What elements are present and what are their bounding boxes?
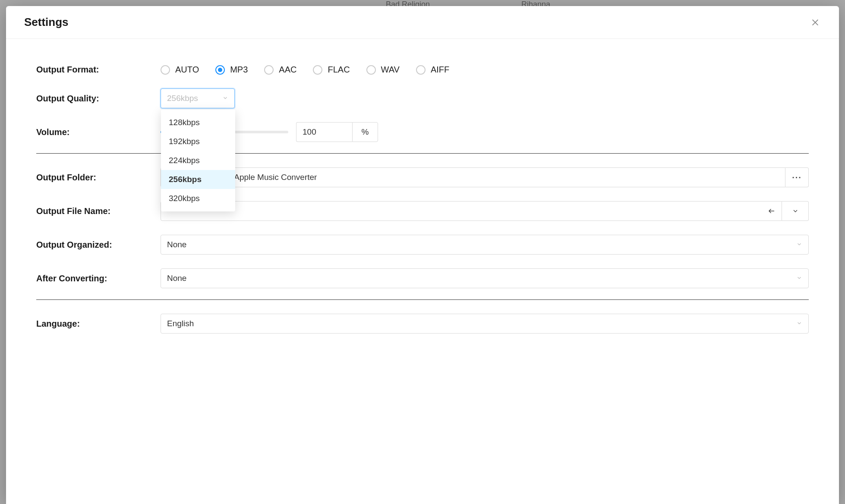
label-volume: Volume: [36, 127, 161, 137]
volume-unit: % [352, 122, 378, 142]
separator [36, 299, 809, 300]
label-after-converting: After Converting: [36, 274, 161, 284]
radio-label: AUTO [175, 65, 199, 75]
ellipsis-icon: ··· [792, 173, 802, 183]
chevron-down-icon [792, 208, 799, 214]
output-format-radio-group: AUTO MP3 AAC FLAC [161, 65, 449, 75]
row-language: Language: English [36, 314, 809, 334]
radio-aac[interactable]: AAC [264, 65, 296, 75]
radio-flac[interactable]: FLAC [313, 65, 350, 75]
label-output-format: Output Format: [36, 65, 161, 75]
quality-option-192[interactable]: 192kbps [161, 132, 235, 151]
chevron-down-icon [796, 319, 802, 328]
label-output-quality: Output Quality: [36, 94, 161, 104]
radio-wav[interactable]: WAV [366, 65, 400, 75]
radio-circle-icon [215, 65, 225, 75]
radio-label: MP3 [230, 65, 248, 75]
modal-header: Settings [6, 6, 839, 39]
output-quality-dropdown: 128kbps 192kbps 224kbps 256kbps 320kbps [161, 110, 235, 211]
radio-circle-icon [313, 65, 322, 75]
row-output-folder: Output Folder: cuments/Ukeysoft Apple Mu… [36, 167, 809, 187]
modal-body: Output Format: AUTO MP3 AAC [6, 39, 839, 504]
chevron-down-icon [796, 274, 802, 283]
quality-option-128[interactable]: 128kbps [161, 113, 235, 132]
settings-modal: Settings Output Format: AUTO MP3 [6, 6, 839, 504]
separator [36, 153, 809, 154]
radio-auto[interactable]: AUTO [161, 65, 199, 75]
row-output-file-name: Output File Name: [36, 201, 809, 221]
radio-mp3[interactable]: MP3 [215, 65, 248, 75]
radio-circle-icon [264, 65, 274, 75]
select-value: English [167, 319, 194, 328]
output-file-name-input[interactable] [161, 201, 782, 221]
radio-circle-icon [366, 65, 376, 75]
select-value: None [167, 240, 186, 249]
output-organized-select[interactable]: None [161, 235, 809, 255]
browse-folder-button[interactable]: ··· [785, 167, 809, 187]
row-after-converting: After Converting: None [36, 268, 809, 288]
row-output-organized: Output Organized: None [36, 235, 809, 255]
quality-option-256[interactable]: 256kbps [161, 170, 235, 189]
file-name-dropdown-button[interactable] [782, 201, 809, 221]
label-output-file-name: Output File Name: [36, 206, 161, 216]
row-output-format: Output Format: AUTO MP3 AAC [36, 65, 809, 75]
chevron-down-icon [222, 94, 228, 103]
output-folder-input[interactable]: cuments/Ukeysoft Apple Music Converter [161, 167, 785, 187]
label-language: Language: [36, 319, 161, 329]
radio-circle-icon [416, 65, 426, 75]
radio-aiff[interactable]: AIFF [416, 65, 449, 75]
output-quality-select[interactable]: 256kbps 128kbps 192kbps 224kbps 256kbps … [161, 88, 235, 108]
arrow-left-icon [768, 207, 776, 215]
label-output-organized: Output Organized: [36, 240, 161, 250]
volume-value: 100 [303, 127, 316, 137]
close-button[interactable] [809, 16, 822, 29]
volume-input[interactable]: 100 [296, 122, 352, 142]
select-value: 256kbps [167, 94, 198, 103]
radio-circle-icon [161, 65, 170, 75]
radio-label: FLAC [328, 65, 350, 75]
select-value: None [167, 274, 186, 283]
radio-label: AIFF [431, 65, 449, 75]
chevron-down-icon [796, 240, 802, 249]
after-converting-select[interactable]: None [161, 268, 809, 288]
row-volume: Volume: 100 % [36, 122, 809, 142]
radio-label: WAV [381, 65, 400, 75]
radio-label: AAC [279, 65, 296, 75]
label-output-folder: Output Folder: [36, 173, 161, 183]
quality-option-224[interactable]: 224kbps [161, 151, 235, 170]
close-icon [810, 18, 820, 27]
language-select[interactable]: English [161, 314, 809, 334]
quality-option-320[interactable]: 320kbps [161, 189, 235, 208]
modal-title: Settings [24, 16, 69, 29]
row-output-quality: Output Quality: 256kbps 128kbps 192kbps … [36, 88, 809, 108]
